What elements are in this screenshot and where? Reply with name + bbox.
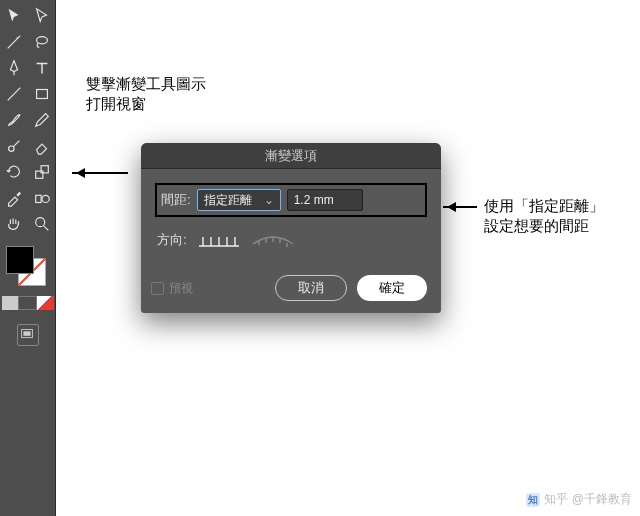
zhihu-icon: 知 [526,493,540,507]
watermark-site: 知乎 [544,491,568,508]
tool-zoom[interactable] [30,212,54,236]
annotation-right-line2: 設定想要的間距 [484,216,604,236]
blend-options-dialog: 漸變選項 間距: 指定距離 ⌄ 1.2 mm 方向: 預視 [141,143,441,313]
preview-checkbox[interactable]: 預視 [151,280,193,297]
spacing-row-highlight: 間距: 指定距離 ⌄ 1.2 mm [155,183,427,217]
direction-label: 方向: [157,231,187,249]
screen-mode[interactable] [17,324,39,346]
tool-selection[interactable] [2,4,26,28]
tool-magic-wand[interactable] [2,30,26,54]
dialog-buttons: 預視 取消 確定 [155,275,427,301]
tool-hand[interactable] [2,212,26,236]
tool-line[interactable] [2,82,26,106]
spacing-value-input[interactable]: 1.2 mm [287,189,363,211]
tool-brush[interactable] [2,108,26,132]
annotation-top-line2: 打開視窗 [86,94,206,114]
watermark-author: @千鋒教育 [572,491,632,508]
svg-point-6 [42,195,49,202]
svg-rect-4 [41,166,48,173]
tool-lasso[interactable] [30,30,54,54]
spacing-mode-value: 指定距離 [204,192,252,209]
direction-align-path[interactable] [251,231,295,249]
tool-blob[interactable] [2,134,26,158]
dialog-title: 漸變選項 [141,143,441,169]
tool-pen[interactable] [2,56,26,80]
svg-rect-1 [36,90,47,99]
spacing-label: 間距: [161,191,191,209]
direction-align-page[interactable] [197,231,241,249]
tool-eraser[interactable] [30,134,54,158]
cancel-button[interactable]: 取消 [275,275,347,301]
direction-row: 方向: [155,231,427,249]
tool-rotate[interactable] [2,160,26,184]
annotation-top: 雙擊漸變工具圖示 打開視窗 [86,74,206,115]
tool-pencil[interactable] [30,108,54,132]
watermark: 知 知乎 @千鋒教育 [526,491,632,508]
annotation-right-line1: 使用「指定距離」 [484,196,604,216]
checkbox-icon [151,282,164,295]
svg-point-7 [35,218,44,227]
annotation-right: 使用「指定距離」 設定想要的間距 [484,196,604,237]
svg-rect-3 [35,171,42,178]
annotation-top-line1: 雙擊漸變工具圖示 [86,74,206,94]
tool-rect[interactable] [30,82,54,106]
tool-eyedropper[interactable] [2,186,26,210]
preview-label: 預視 [169,280,193,297]
color-swatches[interactable] [6,246,50,290]
arrow-to-spacing [443,206,477,208]
toolbar [0,0,56,516]
chevron-down-icon: ⌄ [264,193,274,207]
color-mode-row[interactable] [2,296,54,310]
tool-type[interactable] [30,56,54,80]
svg-rect-9 [23,331,30,336]
tool-direct-select[interactable] [30,4,54,28]
confirm-button[interactable]: 確定 [357,275,427,301]
svg-rect-5 [35,195,40,202]
tool-scale[interactable] [30,160,54,184]
arrow-to-toolbar [72,172,128,174]
spacing-mode-select[interactable]: 指定距離 ⌄ [197,189,281,211]
tool-blend[interactable] [30,186,54,210]
spacing-value-text: 1.2 mm [294,193,334,207]
